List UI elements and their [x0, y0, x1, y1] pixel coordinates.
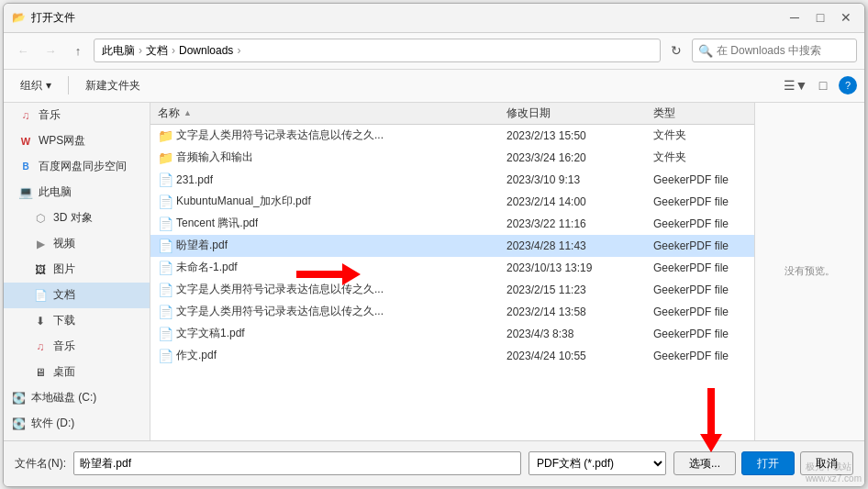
col-header-name[interactable]: 名称 ▲ — [150, 106, 499, 121]
search-box[interactable]: 🔍 — [692, 39, 857, 62]
file-type: GeekerPDF file — [646, 239, 754, 252]
path-downloads[interactable]: Downloads — [179, 44, 233, 57]
file-name: 未命名-1.pdf — [176, 260, 238, 275]
sidebar-label-drive-c: 本地磁盘 (C:) — [31, 390, 142, 406]
file-date: 2023/2/14 14:00 — [499, 195, 646, 208]
sidebar-label-drive-d: 软件 (D:) — [31, 416, 142, 431]
sidebar-item-music2[interactable]: ♫ 音乐 — [4, 334, 150, 360]
new-folder-button[interactable]: 新建文件夹 — [76, 73, 150, 97]
organize-label: 组织 — [20, 78, 42, 94]
bottom-buttons: 选项... 打开 取消 — [673, 451, 853, 475]
file-icon: 📄 — [158, 194, 172, 209]
sidebar-item-documents[interactable]: 📄 文档 — [4, 283, 150, 308]
file-date: 2023/4/28 11:43 — [499, 239, 646, 252]
table-row[interactable]: 📄 231.pdf 2023/3/10 9:13 GeekerPDF file … — [150, 169, 754, 191]
sidebar-item-thispc[interactable]: 💻 此电脑 — [4, 180, 150, 206]
dialog-title: 打开文件 — [31, 10, 784, 26]
file-date: 2023/3/10 9:13 — [499, 173, 646, 186]
file-icon: 📄 — [158, 305, 172, 319]
sidebar-item-downloads[interactable]: ⬇ 下载 — [4, 308, 150, 334]
address-bar: ← → ↑ 此电脑 › 文档 › Downloads › ↻ 🔍 — [4, 33, 864, 70]
maximize-button[interactable]: □ — [809, 8, 831, 27]
bottom-bar: 文件名(N): PDF文档 (*.pdf) 选项... 打开 取消 — [4, 440, 864, 486]
table-row[interactable]: 📄 Tencent 腾讯.pdf 2023/3/22 11:16 GeekerP… — [150, 213, 754, 235]
file-type: GeekerPDF file — [646, 350, 754, 362]
path-thispc[interactable]: 此电脑 — [102, 43, 135, 59]
file-name: KubuntuManual_加水印.pdf — [176, 194, 311, 209]
sidebar-label-video: 视频 — [53, 236, 142, 251]
downloads-icon: ⬇ — [33, 314, 48, 328]
table-row[interactable]: 📄 文字文稿1.pdf 2023/4/3 8:38 GeekerPDF file… — [150, 323, 754, 345]
forward-button[interactable]: → — [39, 39, 62, 62]
drive-c-icon: 💽 — [11, 391, 26, 406]
file-icon: 📄 — [158, 283, 172, 297]
music2-icon: ♫ — [33, 339, 48, 354]
file-name: 盼望着.pdf — [176, 238, 228, 253]
sidebar-item-video[interactable]: ▶ 视频 — [4, 231, 150, 257]
cancel-button[interactable]: 取消 — [800, 451, 853, 475]
file-name: 文字文稿1.pdf — [176, 326, 245, 341]
path-documents[interactable]: 文档 — [146, 43, 168, 59]
sidebar-item-desktop[interactable]: 🖥 桌面 — [4, 360, 150, 385]
filename-input[interactable] — [73, 451, 521, 475]
col-header-type[interactable]: 类型 — [646, 106, 754, 121]
table-row[interactable]: 📄 文字是人类用符号记录表达信息以传之久... 2023/2/14 13:58 … — [150, 301, 754, 323]
address-path[interactable]: 此电脑 › 文档 › Downloads › — [94, 39, 661, 62]
sidebar-item-wps[interactable]: W WPS网盘 — [4, 128, 150, 154]
sidebar-label-desktop: 桌面 — [53, 364, 142, 380]
file-type: GeekerPDF file — [646, 261, 754, 274]
col-header-date[interactable]: 修改日期 — [499, 106, 646, 121]
file-list[interactable]: 📁 文字是人类用符号记录表达信息以传之久... 2023/2/13 15:50 … — [150, 125, 754, 440]
no-preview-text: 没有预览。 — [785, 264, 835, 278]
sidebar-label-music: 音乐 — [39, 107, 142, 123]
sidebar-label-music2: 音乐 — [53, 339, 142, 354]
window-controls: ─ □ ✕ — [784, 8, 857, 27]
file-icon: 📄 — [158, 217, 172, 231]
table-row[interactable]: 📄 未命名-1.pdf 2023/10/13 13:19 GeekerPDF f… — [150, 257, 754, 279]
sidebar-item-drive-c[interactable]: 💽 本地磁盘 (C:) — [4, 385, 150, 411]
table-row[interactable]: 📄 文字是人类用符号记录表达信息以传之久... 2023/2/15 11:23 … — [150, 279, 754, 301]
title-bar: 📂 打开文件 ─ □ ✕ — [4, 4, 864, 33]
filetype-select[interactable]: PDF文档 (*.pdf) — [529, 451, 666, 475]
sidebar: ♫ 音乐 W WPS网盘 B 百度网盘同步空间 💻 此电脑 ⬡ 3D 对象 — [4, 103, 150, 440]
file-list-header: 名称 ▲ 修改日期 类型 大小 — [150, 103, 754, 125]
file-name: 作文.pdf — [176, 348, 217, 363]
minimize-button[interactable]: ─ — [784, 8, 806, 27]
table-row[interactable]: 📁 音频输入和输出 2023/3/24 16:20 文件夹 — [150, 147, 754, 169]
file-date: 2023/4/24 10:55 — [499, 350, 646, 362]
table-row[interactable]: 📄 作文.pdf 2023/4/24 10:55 GeekerPDF file … — [150, 345, 754, 367]
file-name: 文字是人类用符号记录表达信息以传之久... — [176, 304, 384, 319]
sidebar-item-pictures[interactable]: 🖼 图片 — [4, 257, 150, 283]
preview-panel: 没有预览。 — [754, 103, 864, 440]
up-button[interactable]: ↑ — [66, 39, 90, 62]
sidebar-label-3d: 3D 对象 — [53, 210, 142, 226]
main-content: ♫ 音乐 W WPS网盘 B 百度网盘同步空间 💻 此电脑 ⬡ 3D 对象 — [4, 103, 864, 440]
refresh-button[interactable]: ↻ — [664, 39, 688, 62]
sidebar-item-drive-d[interactable]: 💽 软件 (D:) — [4, 411, 150, 437]
open-button[interactable]: 打开 — [741, 451, 795, 475]
options-button[interactable]: 选项... — [673, 451, 736, 475]
file-type: GeekerPDF file — [646, 328, 754, 340]
file-date: 2023/3/24 16:20 — [499, 151, 646, 164]
3d-icon: ⬡ — [33, 211, 48, 226]
view-toggle-button[interactable]: ☰▼ — [784, 73, 807, 97]
filename-label: 文件名(N): — [15, 456, 66, 472]
search-input[interactable] — [717, 44, 851, 57]
window-toggle-button[interactable]: □ — [811, 73, 835, 97]
table-row[interactable]: 📄 KubuntuManual_加水印.pdf 2023/2/14 14:00 … — [150, 191, 754, 213]
file-type: 文件夹 — [646, 128, 754, 143]
organize-button[interactable]: 组织 ▾ — [11, 73, 61, 97]
sidebar-label-baidu: 百度网盘同步空间 — [39, 159, 142, 174]
file-date: 2023/3/22 11:16 — [499, 217, 646, 230]
file-icon: 📄 — [158, 327, 172, 341]
sidebar-item-3d[interactable]: ⬡ 3D 对象 — [4, 206, 150, 231]
sidebar-item-baidu[interactable]: B 百度网盘同步空间 — [4, 154, 150, 180]
table-row[interactable]: 📄 盼望着.pdf 2023/4/28 11:43 GeekerPDF file… — [150, 235, 754, 257]
back-button[interactable]: ← — [11, 39, 35, 62]
close-button[interactable]: ✕ — [835, 8, 857, 27]
help-button[interactable]: ? — [839, 76, 857, 94]
table-row[interactable]: 📁 文字是人类用符号记录表达信息以传之久... 2023/2/13 15:50 … — [150, 125, 754, 147]
sidebar-item-music[interactable]: ♫ 音乐 — [4, 103, 150, 128]
baidu-icon: B — [18, 160, 33, 174]
music-icon: ♫ — [18, 108, 33, 123]
